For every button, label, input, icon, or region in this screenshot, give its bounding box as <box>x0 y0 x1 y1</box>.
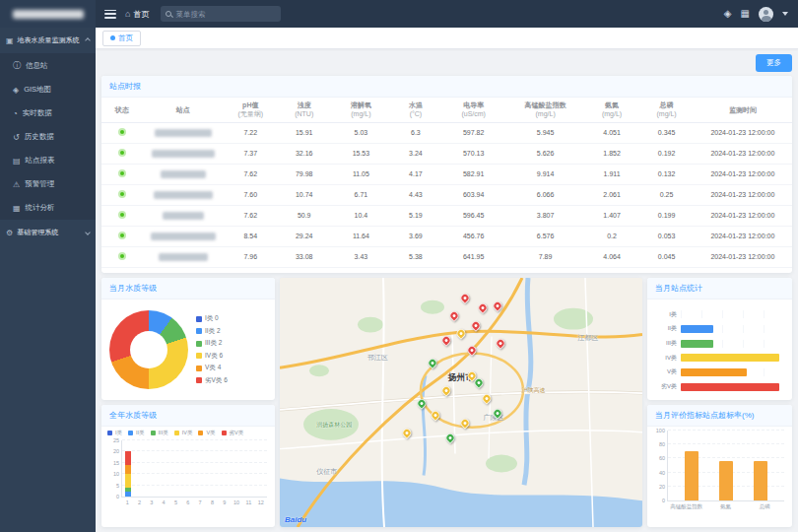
sidebar-item-GIS地图[interactable]: ◈GIS地图 <box>0 78 96 101</box>
month-column <box>122 440 134 497</box>
value-cell: 5.38 <box>391 246 440 267</box>
pin-shape <box>469 319 482 332</box>
map-marker-red[interactable] <box>449 311 458 320</box>
pin-shape <box>455 327 468 340</box>
sidebar-item-label: 实时数据 <box>23 108 52 118</box>
map-marker-yellow[interactable] <box>482 394 491 403</box>
map-marker-red[interactable] <box>479 303 488 312</box>
user-avatar[interactable] <box>759 7 773 22</box>
map-marker-green[interactable] <box>428 359 436 367</box>
bar-氨氮 <box>719 461 733 500</box>
station-cell <box>142 205 224 226</box>
more-button[interactable]: 更多 <box>756 54 792 72</box>
month-column <box>255 440 267 497</box>
value-cell: 2024-01-23 12:00:00 <box>694 226 792 246</box>
main-area: 首页 更多 站点时报 状态站点pH值(无量纲)浊度(NTU)溶解氧(mg/L)水… <box>96 28 798 532</box>
legend-item-II类: II类 2 <box>196 327 228 336</box>
map-marker-green[interactable] <box>445 433 454 442</box>
column-header-高锰酸盐指数: 高锰酸盐指数(mg/L) <box>506 98 583 122</box>
map-marker-yellow[interactable] <box>457 329 466 338</box>
map-marker-red[interactable] <box>497 339 505 348</box>
map-marker-red[interactable] <box>493 301 501 310</box>
x-tick-label: 9 <box>219 499 231 505</box>
sidebar-item-预警管理[interactable]: ⚠预警管理 <box>0 172 96 196</box>
hbar-track <box>681 354 784 362</box>
month-stacked-bar <box>125 451 132 497</box>
legend-label: 劣V类 6 <box>205 376 228 385</box>
map-marker-red[interactable] <box>442 336 451 345</box>
monthly-quality-panel: 当月水质等级 I类 0II类 2III类 2IV类 6V类 4劣V类 6 <box>101 278 275 400</box>
map-marker-yellow[interactable] <box>402 429 411 437</box>
y-tick-label: 40 <box>649 470 665 476</box>
breadcrumb[interactable]: ⌂ 首页 <box>125 9 149 20</box>
monthly-station-stats-panel: 当月站点统计 I类II类III类IV类V类劣V类 <box>647 278 792 400</box>
column-name: 状态 <box>102 105 141 114</box>
map-marker-red[interactable] <box>471 321 480 330</box>
sidebar-item-统计分析[interactable]: ▦统计分析 <box>0 196 96 220</box>
sidebar-group-1[interactable]: ⚙基础管理系统 <box>0 220 96 245</box>
station-map[interactable]: 扬州市邗江区江都区广陵区仪征市润扬森林公园沪陕高速 Baidu <box>280 278 642 527</box>
legend-label: II类 2 <box>205 327 221 336</box>
station-report-panel: 站点时报 状态站点pH值(无量纲)浊度(NTU)溶解氧(mg/L)水温(°C)电… <box>101 76 792 273</box>
home-icon: ⌂ <box>125 9 130 19</box>
chevron-up-icon <box>85 37 91 43</box>
tags-view-bar: 首页 <box>96 28 798 49</box>
legend-label: III类 <box>159 430 168 436</box>
map-label-润扬森林公园: 润扬森林公园 <box>316 421 352 430</box>
map-marker-red[interactable] <box>460 294 469 302</box>
map-marker-yellow[interactable] <box>460 419 469 428</box>
sidebar-item-站点报表[interactable]: ▤站点报表 <box>0 149 96 172</box>
map-marker-yellow[interactable] <box>442 386 451 395</box>
map-marker-red[interactable] <box>468 346 477 355</box>
sidebar-group-0[interactable]: ▣地表水质量监测系统 <box>0 28 96 53</box>
map-marker-green[interactable] <box>475 378 484 387</box>
breadcrumb-home-label[interactable]: 首页 <box>133 9 149 20</box>
value-cell: 2024-01-23 12:00:00 <box>694 164 792 184</box>
search-input[interactable] <box>175 10 276 19</box>
stats-icon: ▦ <box>13 204 21 213</box>
legend-item-I类: I类 <box>107 430 122 436</box>
y-tick-label: 10 <box>103 471 119 477</box>
left-chart-column: 当月水质等级 I类 0II类 2III类 2IV类 6V类 4劣V类 6 全年水… <box>101 278 275 527</box>
y-tick-label: 20 <box>649 484 665 490</box>
value-cell: 33.08 <box>278 246 331 267</box>
pin-shape <box>491 299 503 312</box>
status-ok-indicator <box>118 232 126 239</box>
sidebar-item-信息站[interactable]: ⓘ信息站 <box>0 53 96 78</box>
status-cell <box>101 226 142 246</box>
legend-item-劣V类: 劣V类 6 <box>196 376 228 385</box>
value-cell: 4.064 <box>584 246 640 267</box>
map-marker-yellow[interactable] <box>432 411 440 420</box>
status-cell <box>101 205 142 226</box>
legend-chip <box>196 316 202 322</box>
user-menu-caret-icon[interactable] <box>782 12 788 16</box>
pin-shape <box>415 397 428 410</box>
month-column <box>231 440 242 497</box>
theme-icon[interactable]: ◈ <box>724 9 732 19</box>
map-marker-green[interactable] <box>493 409 501 418</box>
apps-grid-icon[interactable]: ▦ <box>741 9 750 19</box>
value-cell: 7.60 <box>224 184 277 205</box>
bar-总磷 <box>754 461 767 500</box>
sidebar: ▣地表水质量监测系统ⓘ信息站◈GIS地图◔实时数据↺历史数据▤站点报表⚠预警管理… <box>0 28 96 532</box>
legend-label: 劣V类 <box>230 430 244 436</box>
station-cell <box>142 143 224 164</box>
tab-home[interactable]: 首页 <box>102 31 141 46</box>
exceedance-x-axis: 高锰酸盐指数氨氮总磷 <box>667 503 784 510</box>
monitor-icon: ▣ <box>6 36 14 45</box>
sidebar-item-实时数据[interactable]: ◔实时数据 <box>0 101 96 125</box>
column-header-pH值: pH值(无量纲) <box>224 98 277 122</box>
monthly-station-stats-title: 当月站点统计 <box>647 278 792 299</box>
hamburger-menu-icon[interactable] <box>104 10 116 19</box>
menu-search-box[interactable] <box>161 6 281 22</box>
station-cell <box>142 226 224 246</box>
map-marker-green[interactable] <box>417 399 426 408</box>
dashboard-content: 更多 站点时报 状态站点pH值(无量纲)浊度(NTU)溶解氧(mg/L)水温(°… <box>96 49 798 532</box>
month-column <box>207 440 219 497</box>
hbar-fill <box>681 325 713 333</box>
sidebar-item-历史数据[interactable]: ↺历史数据 <box>0 125 96 149</box>
hbar-row-劣V类: 劣V类 <box>651 380 784 394</box>
legend-item-I类: I类 0 <box>196 314 228 323</box>
history-icon: ↺ <box>13 133 20 142</box>
value-cell: 6.71 <box>331 184 391 205</box>
